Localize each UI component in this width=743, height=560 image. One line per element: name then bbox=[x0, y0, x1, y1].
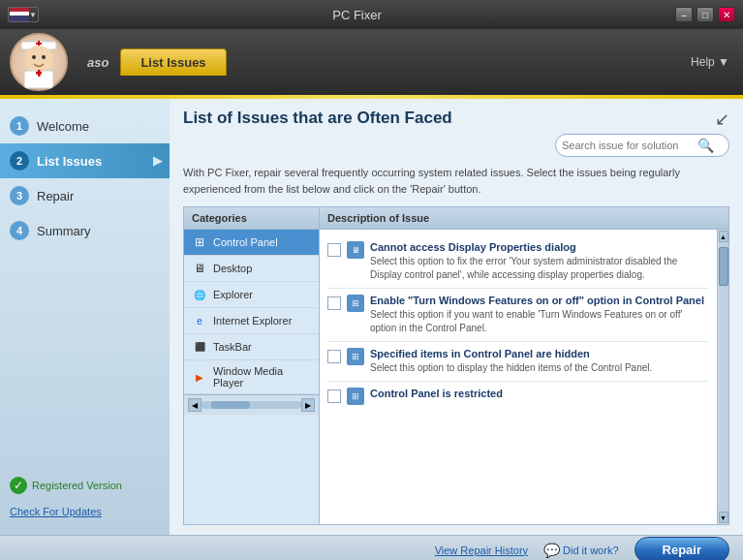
sidebar-item-list-issues[interactable]: 2 List Issues ▶ bbox=[0, 143, 170, 178]
category-label: Internet Explorer bbox=[213, 315, 292, 327]
sidebar-item-repair[interactable]: 3 Repair bbox=[0, 178, 170, 213]
svg-point-5 bbox=[32, 55, 36, 59]
issue-checkbox[interactable] bbox=[327, 243, 341, 257]
minimize-button[interactable]: – bbox=[675, 7, 693, 22]
categories-column: Categories ⊞ Control Panel 🖥 Desktop 🌐 E… bbox=[184, 207, 320, 524]
sidebar: 1 Welcome 2 List Issues ▶ 3 Repair 4 Sum… bbox=[0, 99, 170, 535]
scroll-left-button[interactable]: ◀ bbox=[188, 398, 201, 412]
sidebar-label-repair: Repair bbox=[37, 189, 74, 203]
issue-checkbox[interactable] bbox=[327, 350, 341, 363]
scroll-down-button[interactable]: ▼ bbox=[719, 512, 728, 523]
category-label: TaskBar bbox=[213, 341, 252, 353]
chevron-right-icon: ▶ bbox=[153, 154, 162, 168]
registered-label: Registered Version bbox=[32, 480, 122, 491]
sidebar-label-list-issues: List Issues bbox=[37, 154, 102, 169]
issue-checkbox[interactable] bbox=[327, 296, 341, 310]
scroll-track[interactable] bbox=[201, 401, 301, 409]
category-internet-explorer[interactable]: e Internet Explorer bbox=[184, 308, 319, 334]
did-it-work-button[interactable]: 💬 Did it work? bbox=[543, 543, 618, 558]
active-tab[interactable]: List Issues bbox=[120, 48, 226, 76]
issue-text: Control Panel is restricted bbox=[370, 388, 709, 401]
horizontal-scrollbar: ◀ ▶ bbox=[184, 394, 319, 415]
nurse-icon bbox=[10, 33, 68, 91]
view-repair-history-link[interactable]: View Repair History bbox=[435, 544, 528, 556]
category-label: Desktop bbox=[213, 263, 252, 274]
step-badge-2: 2 bbox=[10, 151, 29, 171]
scroll-track[interactable] bbox=[719, 242, 728, 512]
svg-point-4 bbox=[25, 46, 52, 73]
issue-item: ⊞ Control Panel is restricted bbox=[327, 382, 709, 411]
explorer-icon: 🌐 bbox=[192, 287, 207, 302]
step-badge-1: 1 bbox=[10, 116, 29, 136]
flag-button[interactable]: ▼ bbox=[8, 7, 39, 22]
issue-title: Enable "Turn Windows Features on or off"… bbox=[370, 295, 709, 306]
check-icon: ✓ bbox=[10, 477, 27, 494]
issue-item: 🖥 Cannot access Display Properties dialo… bbox=[327, 235, 709, 289]
ie-icon: e bbox=[192, 313, 207, 328]
search-icon: 🔍 bbox=[697, 138, 714, 153]
issue-icon: ⊞ bbox=[347, 388, 364, 405]
issue-item: ⊞ Specified items in Control Panel are h… bbox=[327, 342, 709, 382]
restore-button[interactable]: □ bbox=[697, 7, 714, 22]
issue-item: ⊞ Enable "Turn Windows Features on or of… bbox=[327, 289, 709, 342]
issues-list: 🖥 Cannot access Display Properties dialo… bbox=[320, 230, 717, 524]
check-updates-link[interactable]: Check For Updates bbox=[0, 502, 170, 525]
title-bar: ▼ PC Fixer – □ ✕ bbox=[0, 0, 743, 29]
bottom-bar: View Repair History 💬 Did it work? Repai… bbox=[0, 535, 743, 560]
categories-list: ⊞ Control Panel 🖥 Desktop 🌐 Explorer e I… bbox=[184, 230, 319, 394]
main-area: 1 Welcome 2 List Issues ▶ 3 Repair 4 Sum… bbox=[0, 99, 743, 535]
content-panel: List of Issues that are Often Faced ↙ 🔍 … bbox=[170, 99, 743, 535]
control-panel-icon: ⊞ bbox=[192, 234, 207, 250]
sidebar-item-welcome[interactable]: 1 Welcome bbox=[0, 109, 170, 143]
issue-title: Control Panel is restricted bbox=[370, 388, 709, 399]
search-box[interactable]: 🔍 bbox=[555, 134, 729, 157]
repair-button[interactable]: Repair bbox=[635, 537, 729, 560]
taskbar-icon: ⬛ bbox=[192, 339, 207, 355]
desktop-icon: 🖥 bbox=[192, 261, 207, 276]
issue-icon: 🖥 bbox=[347, 241, 364, 259]
issue-text: Enable "Turn Windows Features on or off"… bbox=[370, 295, 709, 335]
description-header: Description of Issue bbox=[320, 207, 728, 230]
category-desktop[interactable]: 🖥 Desktop bbox=[184, 256, 319, 282]
content-header: List of Issues that are Often Faced ↙ 🔍 bbox=[183, 109, 729, 157]
speech-bubble-icon: 💬 bbox=[543, 543, 560, 558]
sidebar-item-summary[interactable]: 4 Summary bbox=[0, 213, 170, 248]
step-badge-4: 4 bbox=[10, 221, 29, 240]
category-label: Window Media Player bbox=[213, 365, 311, 389]
issue-icon: ⊞ bbox=[347, 295, 364, 312]
scroll-thumb bbox=[719, 247, 728, 286]
issue-text: Specified items in Control Panel are hid… bbox=[370, 348, 709, 375]
search-input[interactable] bbox=[562, 140, 697, 151]
scroll-right-button[interactable]: ▶ bbox=[301, 398, 315, 412]
issue-checkbox[interactable] bbox=[327, 389, 341, 403]
scroll-thumb bbox=[211, 401, 250, 409]
issue-title: Cannot access Display Properties dialog bbox=[370, 241, 709, 253]
wmp-icon: ▶ bbox=[192, 369, 207, 385]
content-description: With PC Fixer, repair several frequently… bbox=[183, 165, 729, 197]
category-taskbar[interactable]: ⬛ TaskBar bbox=[184, 334, 319, 360]
scroll-up-button[interactable]: ▲ bbox=[719, 231, 728, 242]
vertical-scrollbar: ▲ ▼ bbox=[717, 230, 728, 524]
category-wmp[interactable]: ▶ Window Media Player bbox=[184, 360, 319, 394]
sidebar-label-summary: Summary bbox=[37, 224, 91, 238]
help-button[interactable]: Help ▼ bbox=[691, 55, 729, 69]
nav-logo: aso bbox=[87, 55, 108, 70]
nurse-avatar bbox=[0, 33, 77, 91]
issue-icon: ⊞ bbox=[347, 348, 364, 365]
close-button[interactable]: ✕ bbox=[718, 7, 735, 22]
app-title: PC Fixer bbox=[39, 8, 675, 22]
sidebar-label-welcome: Welcome bbox=[37, 119, 89, 134]
did-it-work-label: Did it work? bbox=[563, 544, 618, 556]
description-column: Description of Issue 🖥 Cannot access Dis… bbox=[320, 207, 728, 524]
category-explorer[interactable]: 🌐 Explorer bbox=[184, 282, 319, 308]
step-badge-3: 3 bbox=[10, 186, 29, 205]
category-control-panel[interactable]: ⊞ Control Panel bbox=[184, 230, 319, 256]
registered-version: ✓ Registered Version bbox=[0, 469, 170, 502]
issue-title: Specified items in Control Panel are hid… bbox=[370, 348, 709, 359]
page-title: List of Issues that are Often Faced bbox=[183, 109, 555, 128]
category-label: Explorer bbox=[213, 289, 253, 300]
svg-point-6 bbox=[42, 55, 46, 59]
issue-description: Select this option if you want to enable… bbox=[370, 308, 709, 335]
issue-description: Select this option to fix the error 'You… bbox=[370, 255, 709, 282]
issue-text: Cannot access Display Properties dialog … bbox=[370, 241, 709, 282]
